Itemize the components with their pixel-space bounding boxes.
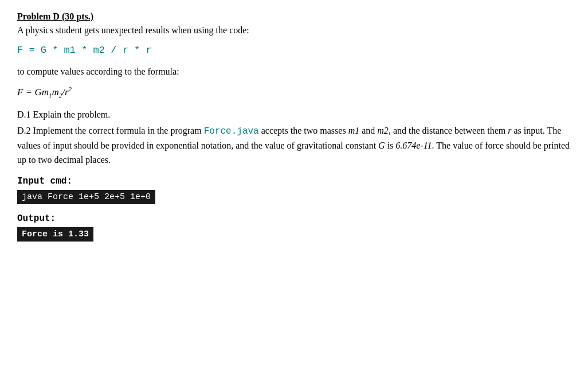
code-formula: F = G * m1 * m2 / r * r — [17, 45, 571, 56]
input-cmd: java Force 1e+5 2e+5 1e+0 — [17, 190, 155, 204]
math-formula: F = Gm1m2/r2 — [17, 85, 571, 99]
d1-text: D.1 Explain the problem. — [17, 108, 571, 122]
intro-text: A physics student gets unexpected result… — [17, 25, 571, 36]
output-value: Force is 1.33 — [17, 227, 93, 242]
input-label: Input cmd: — [17, 176, 571, 186]
d2-paragraph: D.2 Implement the correct formula in the… — [17, 124, 571, 167]
to-compute-text: to compute values according to the formu… — [17, 65, 571, 79]
d2-start: D.2 Implement the correct formula in the… — [17, 126, 202, 135]
problem-container: Problem D (30 pts.) A physics student ge… — [17, 11, 571, 247]
output-label: Output: — [17, 213, 571, 224]
problem-title: Problem D (30 pts.) — [17, 11, 571, 22]
program-name: Force.java — [204, 126, 259, 137]
